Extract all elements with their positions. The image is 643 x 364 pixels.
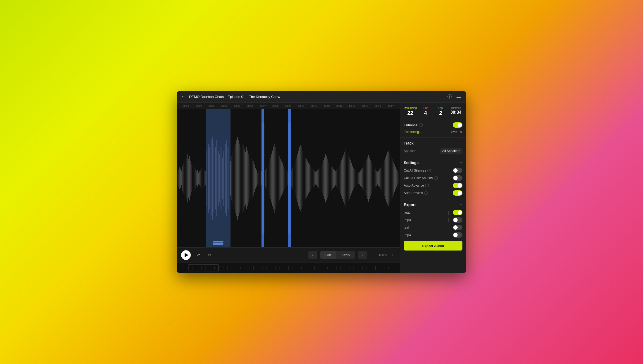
time-mark: 00:04 <box>218 105 231 107</box>
svg-rect-144 <box>348 155 348 202</box>
svg-rect-209 <box>262 267 263 269</box>
export-aaf-toggle[interactable] <box>453 225 462 230</box>
svg-rect-20 <box>199 171 200 185</box>
mini-timeline[interactable] <box>177 262 400 273</box>
svg-rect-236 <box>380 266 380 270</box>
svg-rect-115 <box>315 172 316 184</box>
time-mark: 00:02 <box>192 105 205 107</box>
cut-marker-1 <box>261 109 264 247</box>
export-wav-toggle[interactable] <box>453 210 462 215</box>
auto-advance-info-icon[interactable]: i <box>425 184 429 187</box>
remaining-label: Remaining <box>404 107 417 109</box>
svg-rect-177 <box>385 158 386 199</box>
svg-rect-120 <box>321 166 321 191</box>
export-mp4-toggle[interactable] <box>453 232 462 238</box>
svg-rect-145 <box>349 158 349 199</box>
cut-filler-info-icon[interactable]: i <box>434 176 438 180</box>
time-mark: 00:15 <box>359 105 372 107</box>
speaker-value[interactable]: All Speakers <box>440 148 462 154</box>
track-collapse-button[interactable]: − <box>460 141 462 146</box>
svg-rect-164 <box>370 160 371 196</box>
auto-preview-info-icon[interactable]: i <box>424 191 428 195</box>
svg-rect-181 <box>390 153 390 203</box>
svg-rect-100 <box>298 151 299 206</box>
svg-rect-208 <box>258 267 258 269</box>
svg-rect-160 <box>366 160 367 196</box>
svg-rect-21 <box>200 170 201 187</box>
settings-section-header: Settings − <box>404 160 462 165</box>
export-title: Export <box>404 203 416 207</box>
svg-rect-5 <box>182 166 183 191</box>
cut-silences-info-icon[interactable]: i <box>427 169 431 172</box>
svg-rect-77 <box>272 151 273 206</box>
svg-rect-207 <box>253 266 254 270</box>
svg-rect-222 <box>319 266 319 270</box>
auto-preview-label: Auto-Preview i <box>404 191 428 195</box>
svg-rect-109 <box>308 163 309 194</box>
cut-action-button[interactable]: Cut <box>320 251 336 259</box>
zoom-out-button[interactable]: − <box>370 252 376 258</box>
play-button[interactable] <box>181 250 191 260</box>
svg-rect-225 <box>332 266 332 270</box>
cut-handle-bottom <box>213 243 223 245</box>
svg-rect-168 <box>375 169 375 187</box>
svg-rect-9 <box>187 154 188 203</box>
enhance-info-icon[interactable]: i <box>419 123 423 127</box>
timeline-ruler: 00:01 00:02 00:03 00:04 00:05 00:06 00:0… <box>177 103 400 109</box>
svg-rect-4 <box>181 171 182 185</box>
keep-action-button[interactable]: Keep <box>336 251 355 259</box>
svg-rect-107 <box>306 159 306 198</box>
svg-rect-61 <box>252 159 252 198</box>
cut-filler-toggle[interactable] <box>453 175 462 181</box>
svg-rect-50 <box>240 144 240 213</box>
next-segment-button[interactable]: › <box>358 251 367 259</box>
trimmed-value: 00:34 <box>450 110 461 115</box>
svg-rect-158 <box>364 166 364 191</box>
cut-region[interactable] <box>206 109 230 247</box>
svg-rect-84 <box>280 159 281 198</box>
svg-rect-205 <box>245 266 245 270</box>
back-button[interactable]: ← <box>181 94 186 100</box>
cut-handle-top <box>213 241 223 242</box>
export-aaf-toggle-knob <box>453 225 458 230</box>
auto-advance-toggle[interactable] <box>453 183 462 188</box>
waveform-area[interactable]: › <box>177 109 400 247</box>
cut-silences-toggle[interactable] <box>453 168 462 173</box>
enhancing-cancel-button[interactable]: ✕ <box>459 130 462 134</box>
svg-rect-113 <box>313 169 313 187</box>
svg-rect-64 <box>255 168 256 188</box>
settings-collapse-button[interactable]: − <box>460 160 462 165</box>
time-mark: 00:10 <box>295 105 308 107</box>
svg-rect-99 <box>297 154 298 203</box>
export-wav-row: .wav | <box>404 210 462 215</box>
cut-tool-button[interactable]: ✂ <box>205 251 213 259</box>
select-tool-button[interactable]: ↗ <box>194 251 202 259</box>
svg-rect-97 <box>295 161 295 196</box>
svg-rect-42 <box>230 161 231 196</box>
svg-rect-47 <box>236 140 237 216</box>
export-mp3-toggle[interactable] <box>453 217 462 223</box>
svg-rect-89 <box>286 170 286 187</box>
svg-rect-146 <box>350 160 351 196</box>
auto-preview-toggle[interactable] <box>453 190 462 196</box>
help-icon[interactable]: ⓘ <box>446 94 453 100</box>
svg-rect-140 <box>343 155 344 202</box>
svg-rect-230 <box>354 266 354 270</box>
svg-rect-232 <box>362 266 362 270</box>
stat-trimmed: Trimmed 00:34 <box>449 107 462 116</box>
svg-rect-57 <box>247 151 248 206</box>
svg-rect-179 <box>387 152 388 204</box>
enhance-toggle[interactable] <box>453 122 462 128</box>
export-audio-button[interactable]: Export Audio <box>404 241 462 251</box>
svg-rect-117 <box>317 170 318 187</box>
export-collapse-button[interactable]: − <box>460 202 462 207</box>
svg-rect-180 <box>388 151 389 206</box>
layout-icon[interactable]: ▬ <box>455 94 462 100</box>
zoom-in-button[interactable]: + <box>389 252 395 258</box>
cut-silences-row: Cut All Silences i <box>404 168 462 173</box>
svg-rect-114 <box>314 171 315 186</box>
svg-rect-141 <box>345 152 345 204</box>
settings-title: Settings <box>404 161 418 165</box>
prev-segment-button[interactable]: ‹ <box>308 251 317 259</box>
main-content: 00:01 00:02 00:03 00:04 00:05 00:06 00:0… <box>177 103 466 273</box>
